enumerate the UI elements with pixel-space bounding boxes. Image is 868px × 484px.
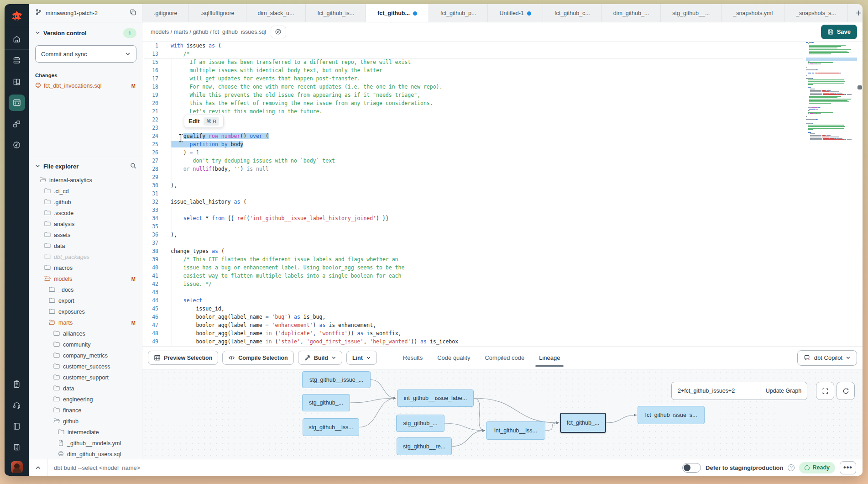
layers-icon[interactable] xyxy=(5,50,29,71)
new-tab-button[interactable] xyxy=(848,4,863,22)
refresh-button[interactable] xyxy=(837,382,855,400)
tab-Untitled-1[interactable]: Untitled-1 xyxy=(488,4,543,22)
changes-label: Changes xyxy=(35,73,136,78)
lineage-node-fct_github_issue_s[interactable]: fct_github_issue_s... xyxy=(638,406,705,424)
tree-item-data[interactable]: data xyxy=(29,383,142,394)
minimap[interactable] xyxy=(806,42,857,338)
tab-stg_github__[interactable]: stg_github__... xyxy=(661,4,722,22)
help-icon[interactable]: ? xyxy=(788,464,795,471)
tree-item-github[interactable]: github xyxy=(29,416,142,427)
tree-item-.ci_cd[interactable]: .ci_cd xyxy=(29,186,142,197)
compass-icon[interactable] xyxy=(5,134,29,155)
tab-_snapshots_s[interactable]: _snapshots_s... xyxy=(784,4,848,22)
copy-branch-icon[interactable] xyxy=(130,9,136,17)
lineage-node-stg_github_[interactable]: stg_github_... xyxy=(302,394,350,411)
lineage-node-stg_github__iss[interactable]: stg_github__iss... xyxy=(303,418,359,436)
dbt-copilot-button[interactable]: dbt Copilot xyxy=(797,350,857,366)
tab-fct_github_p[interactable]: fct_github_p... xyxy=(429,4,488,22)
folder-icon xyxy=(53,330,60,337)
folder-icon xyxy=(44,253,51,261)
panel-tab-code-quality[interactable]: Code quality xyxy=(437,347,470,369)
tab-fct_github_c[interactable]: fct_github_c... xyxy=(543,4,602,22)
command-input[interactable]: dbt build --select <model_name> xyxy=(54,464,140,471)
tree-item-dbt_packages[interactable]: dbt_packages xyxy=(29,252,142,263)
tree-item-customer_success[interactable]: customer_success xyxy=(29,361,142,372)
code-editor[interactable]: 1with issues as (13 /*15 If an issue has… xyxy=(142,42,863,346)
tree-item-data[interactable]: data xyxy=(29,241,142,252)
lineage-node-stg_github_[interactable]: stg_github_... xyxy=(396,415,444,432)
tab-gitignore[interactable]: .gitignore xyxy=(142,4,189,22)
tree-item-customer_support[interactable]: customer_support xyxy=(29,372,142,383)
tree-item-macros[interactable]: macros xyxy=(29,263,142,274)
avatar[interactable] xyxy=(11,461,23,473)
code-line-28: 28 or nullif(body, '') is null xyxy=(142,165,863,173)
tree-item-_github__models.yml[interactable]: _github__models.yml xyxy=(29,438,142,449)
develop-icon[interactable] xyxy=(9,95,25,111)
code-line-36: 36), xyxy=(142,231,863,239)
edit-popover[interactable]: Edit⌘ B xyxy=(184,115,224,128)
more-options-button[interactable]: ••• xyxy=(840,461,856,474)
tree-item-analysis[interactable]: analysis xyxy=(29,219,142,230)
tree-item-dim_github_users.sql[interactable]: dim_github_users.sql xyxy=(29,449,142,459)
tree-item-intermediate[interactable]: intermediate xyxy=(29,427,142,438)
panel-tab-compiled-code[interactable]: Compiled code xyxy=(485,347,524,369)
dbt-logo[interactable] xyxy=(5,4,29,28)
tree-item-community[interactable]: community xyxy=(29,339,142,350)
chevron-down-icon[interactable] xyxy=(35,30,40,37)
branch-header[interactable]: mirnawong1-patch-2 xyxy=(29,4,142,22)
lineage-node-stg_github__re[interactable]: stg_github__re... xyxy=(397,437,452,455)
tree-item-.vscode[interactable]: .vscode xyxy=(29,208,142,219)
book-icon[interactable] xyxy=(5,416,29,437)
tab-fct_github_is[interactable]: fct_github_is... xyxy=(306,4,366,22)
compile-selection-button[interactable]: Compile Selection xyxy=(222,351,293,365)
expand-command-icon[interactable] xyxy=(29,459,48,476)
panel-tab-results[interactable]: Results xyxy=(403,347,423,369)
clipboard-icon[interactable] xyxy=(5,374,29,395)
fork-icon[interactable] xyxy=(5,113,29,134)
fullscreen-button[interactable] xyxy=(816,382,834,400)
model-icon xyxy=(58,451,64,458)
home-icon[interactable] xyxy=(5,28,29,49)
update-graph-button[interactable]: Update Graph xyxy=(760,382,807,400)
lineage-node-stg_github__issue_[interactable]: stg_github__issue_... xyxy=(302,371,371,388)
preview-selection-button[interactable]: Preview Selection xyxy=(148,351,218,365)
tree-item-export[interactable]: export xyxy=(29,295,142,306)
lineage-node-int_github__iss[interactable]: int_github__iss... xyxy=(486,421,545,440)
tree-item-.github[interactable]: .github xyxy=(29,197,142,208)
tree-item-exposures[interactable]: exposures xyxy=(29,306,142,317)
tree-item-_docs[interactable]: _docs xyxy=(29,284,142,295)
grid-icon[interactable] xyxy=(5,71,29,92)
file-explorer-header[interactable]: File explorer xyxy=(29,157,142,170)
lint-button[interactable]: Lint xyxy=(346,351,377,365)
code-line-42: 42 issue. */ xyxy=(142,280,863,288)
tree-item-internal-analytics[interactable]: internal-analytics xyxy=(29,175,142,186)
lineage-node-int_github__issue_labe[interactable]: int_github__issue_labe... xyxy=(397,389,474,407)
build-button[interactable]: Build xyxy=(298,351,342,365)
tab-fct_github[interactable]: fct_github... xyxy=(366,4,429,22)
defer-toggle[interactable] xyxy=(682,463,701,473)
tab-sqlfluffignore[interactable]: .sqlfluffignore xyxy=(189,4,246,22)
changed-file-row[interactable]: fct_dbt_invocations.sql M xyxy=(35,82,136,89)
code-line-13: 13 /* xyxy=(142,50,863,58)
scrollbar-thumb[interactable] xyxy=(858,85,862,89)
save-button[interactable]: Save xyxy=(821,25,857,39)
lineage-query-input[interactable]: 2+fct_github_issues+2 xyxy=(671,382,760,400)
tab-dim_slack_u[interactable]: dim_slack_u... xyxy=(246,4,306,22)
folder-icon xyxy=(53,363,60,370)
tree-item-finance[interactable]: finance xyxy=(29,405,142,416)
tree-item-marts[interactable]: martsM xyxy=(29,317,142,328)
headset-icon[interactable] xyxy=(5,395,29,416)
tree-item-assets[interactable]: assets xyxy=(29,230,142,241)
tree-item-company_metrics[interactable]: company_metrics xyxy=(29,350,142,361)
file-link-icon[interactable] xyxy=(271,26,286,38)
tab-_snapshotsyml[interactable]: _snapshots.yml xyxy=(722,4,784,22)
lineage-node-fct_github_[interactable]: fct_github_... xyxy=(560,413,606,433)
panel-tab-lineage[interactable]: Lineage xyxy=(539,347,560,369)
building-icon[interactable] xyxy=(5,437,29,458)
tree-item-engineering[interactable]: engineering xyxy=(29,394,142,405)
tree-item-models[interactable]: modelsM xyxy=(29,274,142,284)
tree-item-alliances[interactable]: alliances xyxy=(29,328,142,339)
commit-and-sync-button[interactable]: Commit and sync xyxy=(35,45,136,63)
search-icon[interactable] xyxy=(130,163,136,170)
tab-dim_github_[interactable]: dim_github_... xyxy=(602,4,661,22)
